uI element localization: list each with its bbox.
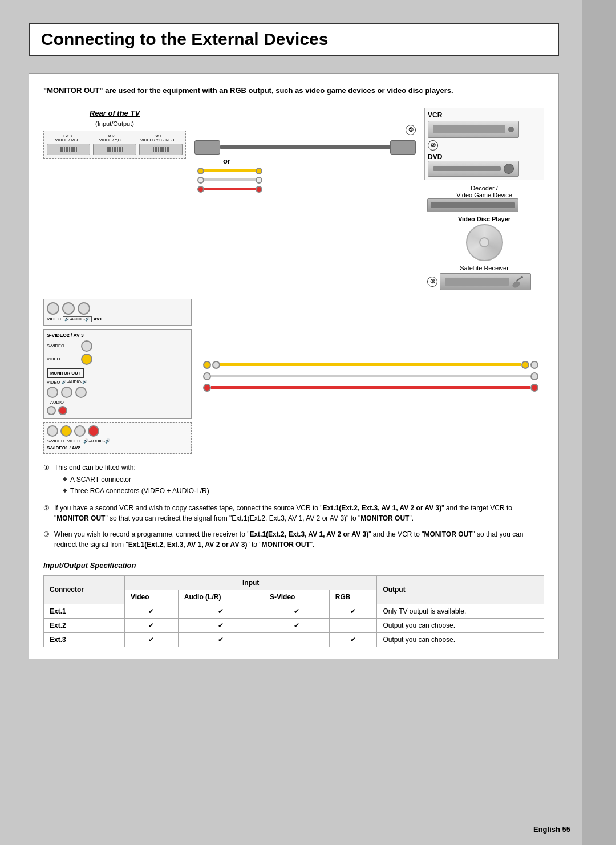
- ext1-name: Ext.1: [44, 604, 125, 618]
- scart-port-1: [47, 144, 90, 155]
- rca-cap-white: [197, 177, 204, 184]
- satellite-label: Satellite Receiver: [427, 265, 541, 271]
- svideo2-svideo-row: S-VIDEO: [47, 340, 188, 352]
- monitor-out-row: VIDEO 🔊-AUDIO-🔊: [47, 380, 188, 385]
- left-panels: VIDEO 🔊-AUDIO-🔊 AV1 S-VIDEO2 / AV 3 S-VI…: [43, 299, 192, 454]
- audio-l-port: [47, 406, 56, 415]
- notes-section: ① This end can be fitted with: ◆ A SCART…: [43, 462, 544, 550]
- svg-point-2: [521, 276, 523, 278]
- monitor-out-note: "MONITOR OUT" are used for the equipment…: [43, 85, 544, 96]
- audio-row: AUDIO: [47, 400, 188, 415]
- svideo2-port: [81, 340, 92, 352]
- spec-row-ext1: Ext.1 ✔ ✔ ✔ ✔ Only TV output is availabl…: [44, 604, 544, 618]
- or-text: or: [223, 157, 230, 165]
- ext3-output: Output you can choose.: [377, 632, 544, 647]
- num1-badge: ①: [406, 125, 416, 135]
- dvd-slot: [433, 166, 501, 171]
- note2-text: If you have a second VCR and wish to cop…: [54, 503, 544, 523]
- ext3-svideo: [264, 632, 329, 647]
- note3-text: When you wish to record a programme, con…: [54, 529, 544, 550]
- cable-center-top: ① or: [194, 125, 416, 193]
- ext1-audio: ✔: [178, 604, 264, 618]
- scart-cable: [194, 140, 416, 155]
- ext2-name: Ext.2: [44, 618, 125, 632]
- col-video: Video: [125, 590, 179, 604]
- svideo2-label: S-VIDEO2 / AV 3: [47, 332, 188, 338]
- monitor-out-label: MONITOR OUT: [47, 368, 84, 378]
- av1-circle3: [78, 302, 90, 315]
- rca-wire-yellow: [204, 169, 256, 172]
- right-sidebar: [582, 0, 616, 845]
- num3-badge: ③: [427, 277, 437, 287]
- note-1: ① This end can be fitted with: ◆ A SCART…: [43, 462, 544, 497]
- scart-wire-mid: [220, 145, 390, 149]
- ext2-output: Output you can choose.: [377, 618, 544, 632]
- vcr-label: VCR: [428, 111, 442, 119]
- audio-r-port: [58, 406, 67, 415]
- note-2: ② If you have a second VCR and wish to c…: [43, 503, 544, 523]
- rca-wire-white: [204, 178, 256, 181]
- av1-circle2: [62, 302, 75, 315]
- av1-label: AV1: [94, 316, 102, 322]
- satellite-dish-icon: [512, 274, 526, 289]
- spec-table: Connector Input Output Video Audio (L/R)…: [43, 575, 544, 647]
- rca-cap-white-r: [256, 177, 262, 184]
- rca-cap-yellow: [197, 168, 204, 174]
- middle-rca-section: [197, 299, 544, 454]
- col-audio: Audio (L/R): [178, 590, 264, 604]
- vcr-front: [433, 125, 505, 133]
- disc-section: Video Disc Player: [424, 214, 544, 263]
- scart-port-3: [139, 144, 183, 155]
- note2-num: ②: [43, 503, 50, 514]
- scart-label-1: Ext.3VIDEO / RGB: [55, 134, 80, 142]
- svideo2-panel: S-VIDEO2 / AV 3 S-VIDEO VIDEO: [43, 329, 192, 419]
- av1-circle1: [47, 302, 59, 315]
- bottom-diagram-row: VIDEO 🔊-AUDIO-🔊 AV1 S-VIDEO2 / AV 3 S-VI…: [43, 299, 544, 454]
- decoder-section: Decoder /Video Game Device: [424, 183, 544, 214]
- rca-row-yellow: [203, 361, 538, 369]
- ext1-output: Only TV output is available.: [377, 604, 544, 618]
- note1-text: This end can be fitted with: ◆ A SCART c…: [54, 462, 544, 497]
- ext3-name: Ext.3: [44, 632, 125, 647]
- num2-badge: ②: [428, 140, 438, 151]
- scart-panel: Ext.3VIDEO / RGB Ext.2VIDEO / Y,C Ext.1V…: [43, 131, 186, 159]
- svideo1-labels: S-VIDEO VIDEO 🔊-AUDIO-🔊: [47, 438, 188, 444]
- dvd-image: [428, 161, 519, 177]
- rca-white: [197, 177, 262, 184]
- rear-tv-panel: Rear of the TV (Input/Output) Ext.3VIDEO…: [43, 108, 186, 159]
- note3-num: ③: [43, 529, 50, 540]
- note1-bullets: ◆ A SCART connector ◆ Three RCA connecto…: [63, 474, 544, 496]
- svideo2-circles: [47, 387, 188, 398]
- decoder-image: [427, 198, 518, 212]
- ext3-rgb: ✔: [329, 632, 377, 647]
- page-number: English 55: [533, 825, 570, 834]
- scart-plug-right: [390, 140, 416, 155]
- col-output: Output: [377, 575, 544, 604]
- spec-title: Input/Output Specification: [43, 561, 544, 570]
- rear-tv-label: Rear of the TV: [90, 109, 140, 117]
- input-output-label: (Input/Output): [95, 120, 134, 127]
- disc-image: [466, 224, 503, 261]
- col-rgb: RGB: [329, 590, 377, 604]
- dvd-label: DVD: [428, 153, 541, 161]
- devices-panel: VCR ② DVD: [424, 108, 544, 292]
- rca-yellow: [197, 168, 262, 174]
- rca-cables: [197, 168, 419, 193]
- ext2-svideo: ✔: [264, 618, 329, 632]
- spec-section: Input/Output Specification Connector Inp…: [43, 561, 544, 647]
- ext1-rgb: ✔: [329, 604, 377, 618]
- ext2-rgb: [329, 618, 377, 632]
- rca-cap-red: [197, 186, 204, 193]
- disc-center: [479, 237, 489, 247]
- disc-label: Video Disc Player: [427, 216, 541, 222]
- col-connector: Connector: [44, 575, 125, 604]
- ext3-audio: ✔: [178, 632, 264, 647]
- col-input: Input: [125, 575, 377, 590]
- note1-num: ①: [43, 462, 50, 473]
- device-vcr-box: VCR ② DVD: [424, 108, 544, 180]
- page-title: Connecting to the External Devices: [41, 30, 328, 48]
- rca-row-red: [203, 384, 538, 392]
- svideo1-ports: [47, 425, 188, 437]
- rca-red: [197, 186, 262, 193]
- col-svideo: S-Video: [264, 590, 329, 604]
